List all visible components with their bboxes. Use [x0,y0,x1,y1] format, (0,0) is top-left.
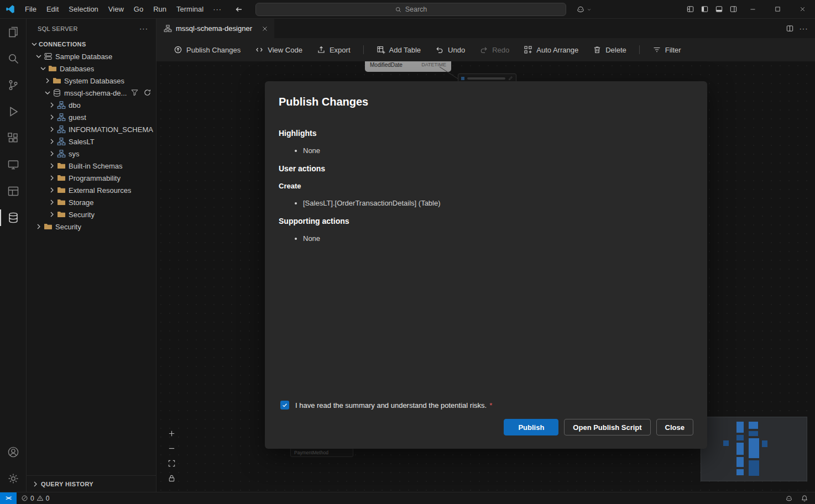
tree-item-dbo[interactable]: dbo [27,99,156,111]
tree-item-security[interactable]: Security [27,208,156,221]
status-bar-right [785,495,815,502]
user-actions-heading: User actions [279,164,693,173]
menu-edit[interactable]: Edit [41,0,64,19]
copilot-status-icon[interactable] [785,495,793,502]
chevron-right-icon [31,480,40,489]
tree-item-label: Storage [69,198,94,207]
toolbar-filter-button[interactable]: Filter [645,42,688,57]
tree-item-external-resources[interactable]: External Resources [27,184,156,196]
tree-item-sys[interactable]: sys [27,148,156,160]
toolbar-export-button[interactable]: Export [310,42,358,57]
lock-icon[interactable] [166,473,176,483]
close-button[interactable]: Close [656,419,693,435]
copilot-button[interactable] [573,3,595,16]
window-minimize-button[interactable] [740,0,765,19]
tree-item-label: dbo [69,101,81,109]
menu-go[interactable]: Go [129,0,148,19]
toolbar-label: Publish Changes [186,46,241,54]
minimap-table-block [736,443,744,455]
chevron-down-icon [34,52,43,61]
activity-source-control-icon[interactable] [0,72,27,98]
toggle-sidebar-left-icon[interactable] [697,0,712,19]
add-table-icon [377,45,385,54]
window-close-button[interactable] [790,0,815,19]
toggle-panel-bottom-icon[interactable] [712,0,726,19]
remote-indicator[interactable]: >< [0,492,17,504]
activity-panel-layout-icon[interactable] [0,178,27,204]
activity-explorer-icon[interactable] [0,19,27,45]
notifications-bell-icon[interactable] [801,495,808,502]
menu-selection[interactable]: Selection [64,0,103,19]
tree-item-storage[interactable]: Storage [27,196,156,208]
activity-extensions-icon[interactable] [0,125,27,151]
activity-run-and-debug-icon[interactable] [0,98,27,125]
titlebar-right-controls [683,0,815,19]
fit-view-icon[interactable] [166,458,176,468]
chevron-right-icon [48,198,56,207]
command-center-search[interactable]: Search [255,3,566,16]
toolbar-delete-button[interactable]: Delete [586,42,634,57]
tree-item-label: Databases [60,65,94,73]
tree-item-mssql-schema-de[interactable]: mssql-schema-de... [27,87,156,99]
delete-icon [593,45,602,54]
filter-icon[interactable] [130,88,139,97]
menu-file[interactable]: File [20,0,41,19]
back-arrow-icon[interactable] [233,3,245,15]
chevron-right-icon [48,161,56,170]
tree-item-databases[interactable]: Databases [27,62,156,75]
activity-sql-server-icon[interactable] [0,204,27,231]
tree-item-system-databases[interactable]: System Databases [27,75,156,87]
tab-mssql-schema-designer[interactable]: mssql-schema-designer [156,19,274,38]
tree-item-saleslt[interactable]: SalesLT [27,135,156,148]
tree-item-built-in-schemas[interactable]: Built-in Schemas [27,160,156,172]
minimap-table-block [749,460,759,476]
tree-item-sample-database[interactable]: Sample Database [27,50,156,62]
zoom-in-icon[interactable] [166,428,176,438]
menu-run[interactable]: Run [148,0,171,19]
tree-item-label: Built-in Schemas [69,162,123,170]
tree-item-information-schema[interactable]: INFORMATION_SCHEMA [27,123,156,135]
schema-designer-canvas[interactable]: ModifiedDate DATETIME PaymentMethod [156,61,815,492]
tree-item-connections[interactable]: CONNECTIONS [27,38,156,50]
sidebar-more-actions-button[interactable]: ··· [139,24,148,33]
activity-remote-explorer-icon[interactable] [0,151,27,178]
toolbar-auto-arrange-button[interactable]: Auto Arrange [516,42,586,57]
toolbar-undo-button[interactable]: Undo [428,42,472,57]
publish-button[interactable]: Publish [504,419,558,435]
minimap-table-block [736,469,744,475]
minimap-table-block [736,457,744,467]
toolbar-add-table-button[interactable]: Add Table [369,42,429,57]
diagram-minimap[interactable] [701,417,807,481]
menu-view[interactable]: View [103,0,129,19]
menubar-more-button[interactable]: ··· [208,5,226,13]
tree-item-label: CONNECTIONS [39,41,86,48]
chevron-right-icon [48,137,56,146]
tree-item-programmability[interactable]: Programmability [27,172,156,184]
activity-bar [0,19,27,492]
refresh-icon[interactable] [143,88,152,97]
tree-item-guest[interactable]: guest [27,111,156,123]
settings-icon[interactable] [0,465,27,492]
toolbar-view-code-button[interactable]: View Code [248,42,310,57]
window-maximize-button[interactable] [765,0,790,19]
zoom-out-icon[interactable] [166,443,176,453]
customize-layout-icon[interactable] [683,0,697,19]
schema-icon [57,149,66,158]
problems-status[interactable]: 0 0 [17,495,54,502]
editor-more-actions-icon[interactable]: ··· [797,19,811,38]
open-publish-script-button[interactable]: Open Publish Script [564,419,650,435]
split-editor-icon[interactable] [783,19,797,38]
risk-acknowledgement-checkbox[interactable] [280,401,289,410]
menu-terminal[interactable]: Terminal [171,0,208,19]
toolbar-redo-button[interactable]: Redo [472,42,516,57]
schema-icon [57,101,66,109]
toggle-sidebar-right-icon[interactable] [726,0,740,19]
tab-close-icon[interactable] [261,25,269,33]
activity-search-icon[interactable] [0,45,27,72]
tree-item-security[interactable]: Security [27,221,156,233]
account-icon[interactable] [0,439,27,465]
toolbar-publish-changes-button[interactable]: Publish Changes [166,42,248,57]
query-history-section[interactable]: QUERY HISTORY [27,475,156,492]
toolbar-label: Export [330,46,351,54]
toolbar-label: Auto Arrange [536,46,578,54]
